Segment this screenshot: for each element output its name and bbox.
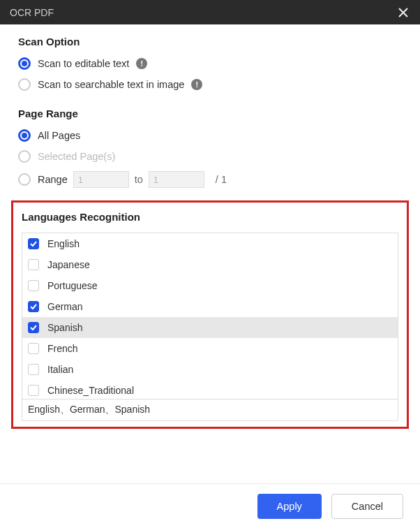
language-item[interactable]: Italian <box>22 359 398 380</box>
language-item[interactable]: French <box>22 338 398 359</box>
range-to-label: to <box>135 174 143 185</box>
language-label: German <box>47 301 83 312</box>
scan-option-editable[interactable]: Scan to editable text ! <box>18 57 402 70</box>
languages-section: Languages Recognition EnglishJapanesePor… <box>11 200 409 429</box>
radio-icon <box>18 129 31 142</box>
language-label: English <box>47 238 80 249</box>
language-item[interactable]: Portuguese <box>22 275 398 296</box>
cancel-button[interactable]: Cancel <box>331 494 403 519</box>
language-label: Chinese_Traditional <box>47 385 134 396</box>
page-range-section: Page Range All Pages Selected Page(s) Ra… <box>18 108 402 188</box>
info-icon[interactable]: ! <box>136 58 147 69</box>
checkbox-icon <box>28 364 39 375</box>
checkbox-icon <box>28 322 39 333</box>
languages-box: EnglishJapanesePortugueseGermanSpanishFr… <box>22 233 398 421</box>
page-range-title: Page Range <box>18 108 402 119</box>
range-total: / 1 <box>216 174 227 185</box>
scan-option-title: Scan Option <box>18 36 402 47</box>
scan-option-label: Scan to editable text <box>38 58 129 69</box>
scan-option-searchable[interactable]: Scan to searchable text in image ! <box>18 78 402 91</box>
page-range-selected-label: Selected Page(s) <box>38 151 115 162</box>
checkbox-icon <box>28 238 39 249</box>
radio-icon <box>18 173 31 186</box>
titlebar: OCR PDF <box>0 0 420 24</box>
page-range-custom[interactable]: Range to / 1 <box>18 171 402 188</box>
scan-option-label: Scan to searchable text in image <box>38 79 184 90</box>
language-item[interactable]: Chinese_Traditional <box>22 380 398 399</box>
radio-icon <box>18 57 31 70</box>
language-label: Spanish <box>47 322 83 333</box>
range-to-input[interactable] <box>149 171 204 188</box>
language-item[interactable]: English <box>22 233 398 254</box>
dialog-footer: Apply Cancel <box>0 483 420 528</box>
radio-icon <box>18 150 31 163</box>
dialog-content: Scan Option Scan to editable text ! Scan… <box>0 24 420 429</box>
page-range-all[interactable]: All Pages <box>18 129 402 142</box>
checkbox-icon <box>28 280 39 291</box>
language-label: French <box>47 343 78 354</box>
apply-button[interactable]: Apply <box>257 494 322 519</box>
scan-option-section: Scan Option Scan to editable text ! Scan… <box>18 36 402 91</box>
checkbox-icon <box>28 385 39 396</box>
page-range-selected: Selected Page(s) <box>18 150 402 163</box>
info-icon[interactable]: ! <box>191 79 202 90</box>
range-from-input[interactable] <box>73 171 129 188</box>
language-label: Portuguese <box>47 280 98 291</box>
languages-summary: English、German、Spanish <box>22 399 398 420</box>
checkbox-icon <box>28 301 39 312</box>
language-item[interactable]: Japanese <box>22 254 398 275</box>
language-label: Japanese <box>47 259 90 270</box>
languages-title: Languages Recognition <box>22 211 398 223</box>
page-range-all-label: All Pages <box>38 130 80 141</box>
window-title: OCR PDF <box>10 7 54 18</box>
language-item[interactable]: Spanish <box>22 317 398 338</box>
close-button[interactable] <box>396 6 410 20</box>
checkbox-icon <box>28 259 39 270</box>
radio-icon <box>18 78 31 91</box>
checkbox-icon <box>28 343 39 354</box>
language-label: Italian <box>47 364 73 375</box>
languages-list[interactable]: EnglishJapanesePortugueseGermanSpanishFr… <box>22 233 398 399</box>
language-item[interactable]: German <box>22 296 398 317</box>
close-icon <box>398 8 408 17</box>
page-range-label: Range <box>38 174 68 185</box>
